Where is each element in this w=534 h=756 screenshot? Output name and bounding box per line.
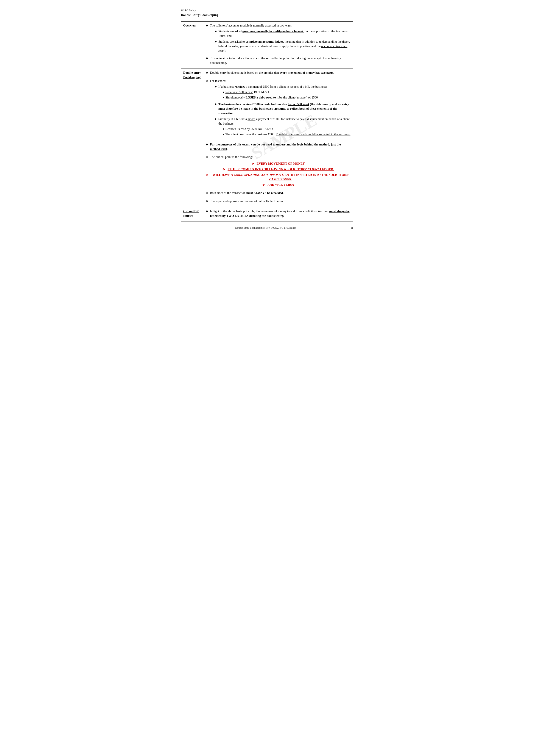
diamond-icon: ❖ [222, 167, 225, 172]
de-arrow-item-makes: ➤ Similarly, if a business makes a payme… [214, 117, 351, 138]
de-bullet-5: ❖ Both sides of the transaction must ALW… [206, 191, 351, 196]
overview-bullet-1: ❖ The solicitors' accounts module is nor… [206, 23, 351, 54]
de-square-list-2: ■ Reduces its cash by £500 BUT ALSO ■ Th… [223, 127, 351, 137]
square-icon: ■ [223, 127, 224, 131]
double-entry-label: Double-entry Bookkeeping [181, 69, 203, 207]
de-bullet-2: ❖ For instance: ➤ If a business receives… [206, 79, 351, 139]
de-bullet-1: ❖ Double-entry bookkeeping is based on t… [206, 70, 351, 75]
diamond-icon: ❖ [206, 79, 208, 83]
cr-dr-bullet: ❖ In light of the above basic principle,… [206, 209, 351, 218]
square-icon: ■ [223, 133, 224, 136]
double-entry-content: SAMPLE ❖ Double-entry bookkeeping is bas… [203, 69, 353, 207]
red-line-2: ❖ EITHER COMING INTO OR LEAVING A SOLICI… [206, 167, 351, 172]
overview-arrow-item-1: ➤ Students are asked questions, normally… [214, 29, 351, 38]
de-square-item-4: ■ The client now owes the business £500.… [223, 132, 351, 137]
red-center-block: ❖ EVERY MOVEMENT OF MONEY ❖ EITHER COMIN… [206, 161, 351, 187]
diamond-icon: ❖ [206, 209, 208, 214]
overview-arrow-list: ➤ Students are asked questions, normally… [214, 29, 351, 53]
diamond-icon: ❖ [206, 71, 208, 75]
diamond-icon: ❖ [206, 56, 208, 61]
de-arrow-list-1: ➤ If a business receives a payment of £5… [214, 85, 351, 138]
de-bullet-4: ❖ The critical point is the following: [206, 155, 351, 159]
diamond-icon: ❖ [206, 23, 208, 28]
copyright: © LPC Buddy [181, 9, 353, 12]
de-bullet-6: ❖ The equal and opposite entries are set… [206, 199, 351, 204]
arrow-icon: ➤ [214, 85, 217, 89]
cr-dr-label: CR and DR Entries [181, 207, 203, 222]
overview-bullet-2: ❖ This note aims to introduce the basics… [206, 56, 351, 65]
arrow-icon: ➤ [214, 29, 217, 34]
overview-row: Overview ❖ The solicitors' accounts modu… [181, 21, 353, 69]
arrow-icon: ➤ [214, 102, 217, 106]
de-square-item-1: ■ Receives £500 in cash BUT ALSO [223, 90, 327, 94]
arrow-icon: ➤ [214, 117, 217, 121]
content-table: Overview ❖ The solicitors' accounts modu… [181, 21, 353, 222]
footer-center: Double Entry Bookkeeping | 1 | v 1.0 202… [181, 226, 351, 230]
page-footer: Double Entry Bookkeeping | 1 | v 1.0 202… [181, 226, 353, 230]
de-arrow-item-receives: ➤ If a business receives a payment of £5… [214, 85, 351, 101]
cr-dr-content: ❖ In light of the above basic principle,… [203, 207, 353, 222]
header: © LPC Buddy Double Entry Bookkeeping [181, 9, 353, 17]
red-line-4: ❖ AND VICE VERSA [206, 182, 351, 187]
red-line-1: ❖ EVERY MOVEMENT OF MONEY [206, 161, 351, 166]
document-title: Double Entry Bookkeeping [181, 13, 353, 17]
de-square-item-3: ■ Reduces its cash by £500 BUT ALSO [223, 127, 351, 131]
diamond-icon: ❖ [206, 155, 208, 159]
diamond-icon: ❖ [206, 173, 208, 177]
de-square-list-1: ■ Receives £500 in cash BUT ALSO ■ Simul… [223, 90, 327, 100]
cr-dr-row: CR and DR Entries ❖ In light of the abov… [181, 207, 353, 222]
arrow-icon: ➤ [214, 40, 217, 44]
overview-arrow-item-2: ➤ Students are asked to complete an acco… [214, 40, 351, 53]
square-icon: ■ [223, 91, 224, 94]
diamond-icon: ❖ [262, 183, 265, 187]
double-entry-row: Double-entry Bookkeeping SAMPLE ❖ Double… [181, 69, 353, 207]
overview-label: Overview [181, 21, 203, 69]
de-square-item-2: ■ Simultaneously LOSES a debt owed to it… [223, 95, 327, 100]
diamond-icon: ❖ [251, 162, 254, 166]
square-icon: ■ [223, 96, 224, 99]
de-arrow-item-bold-statement: ➤ The business has received £500 in cash… [214, 102, 351, 116]
page-number: 11 [351, 226, 353, 230]
diamond-icon: ❖ [206, 199, 208, 204]
diamond-icon: ❖ [206, 191, 208, 196]
de-bullet-3: ❖ For the purposes of this exam, you do … [206, 142, 351, 151]
diamond-icon: ❖ [206, 143, 208, 147]
red-line-3: ❖ WILL HAVE A CORRESPONDING AND OPPOSITE… [206, 173, 351, 182]
overview-content: ❖ The solicitors' accounts module is nor… [203, 21, 353, 69]
